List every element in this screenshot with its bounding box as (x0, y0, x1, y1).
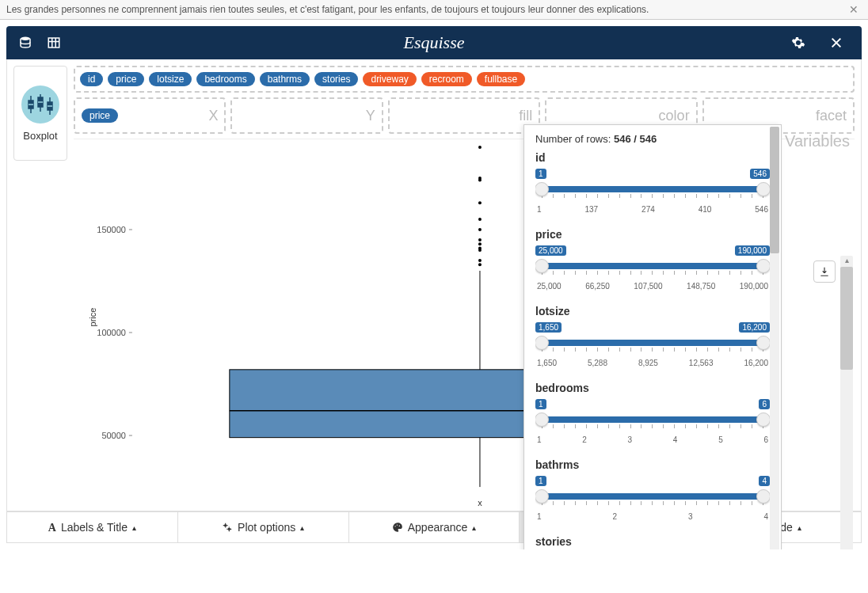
plot-scrollbar[interactable]: ▴ (840, 256, 853, 549)
variable-pill-stories[interactable]: stories (314, 72, 358, 86)
gears-icon (222, 522, 233, 533)
variable-pill-lotsize[interactable]: lotsize (149, 72, 192, 86)
svg-point-44 (398, 526, 399, 526)
dropzone-x[interactable]: price X (74, 97, 226, 134)
svg-point-39 (478, 146, 482, 149)
tab-labels-title[interactable]: ALabels & Title▴ (7, 512, 178, 542)
geom-selector[interactable]: Boxplot (13, 66, 67, 161)
app-title: Esquisse (404, 32, 465, 53)
slider-handle-max[interactable] (756, 489, 770, 504)
settings-icon[interactable] (787, 32, 809, 54)
variables-panel-label: Variables (785, 132, 850, 150)
svg-point-38 (478, 177, 482, 180)
svg-point-0 (21, 37, 30, 41)
svg-point-36 (478, 201, 482, 204)
filter-id: id15461137274410546 (535, 151, 770, 214)
filter-bathrms: bathrms141234 (535, 458, 770, 521)
dropzone-x-label: X (208, 108, 218, 124)
svg-point-29 (478, 259, 482, 262)
caret-up-icon: ▴ (472, 523, 476, 532)
variable-pill-bathrms[interactable]: bathrms (260, 72, 310, 86)
filter-title: id (535, 151, 770, 164)
svg-point-40 (224, 524, 227, 527)
svg-point-33 (478, 238, 482, 241)
variable-pill-id[interactable]: id (80, 72, 103, 86)
svg-text:150000: 150000 (97, 225, 126, 234)
filter-title: bathrms (535, 458, 770, 471)
svg-point-32 (478, 242, 482, 245)
download-button[interactable] (813, 260, 836, 283)
filter-title: price (535, 228, 770, 241)
app-header: Esquisse (6, 26, 862, 59)
filter-price: price25,000190,00025,00066,250107,500148… (535, 228, 770, 291)
slider-bedrooms[interactable]: 16123456 (535, 399, 770, 444)
variable-pills-row[interactable]: idpricelotsizebedroomsbathrmsstoriesdriv… (74, 66, 855, 93)
data-source-icon[interactable] (14, 32, 36, 54)
svg-text:50000: 50000 (101, 431, 126, 440)
rows-count: Number of rows: 546 / 546 (535, 133, 770, 145)
dropzone-y[interactable]: Y (230, 97, 383, 134)
svg-point-31 (478, 246, 482, 249)
caret-up-icon: ▴ (300, 523, 304, 532)
svg-point-42 (394, 526, 395, 526)
A-icon: A (48, 521, 56, 534)
slider-price[interactable]: 25,000190,00025,00066,250107,500148,7501… (535, 245, 770, 291)
variable-pill-price[interactable]: price (108, 72, 144, 86)
variable-pill-fullbase[interactable]: fullbase (477, 72, 525, 86)
slider-handle-max[interactable] (756, 412, 770, 427)
close-app-icon[interactable] (825, 32, 847, 54)
filter-stories: stories141234 (535, 535, 770, 549)
svg-point-43 (396, 524, 397, 525)
caret-up-icon: ▴ (132, 523, 136, 532)
variable-pill-bedrooms[interactable]: bedrooms (196, 72, 254, 86)
variable-pill-driveway[interactable]: driveway (363, 72, 416, 86)
data-filter-panel: Number of rows: 546 / 546 id154611372744… (523, 124, 782, 549)
slider-handle-max[interactable] (756, 182, 770, 196)
panel-scrollbar[interactable]: ▾ (770, 127, 779, 549)
tab-plot-options[interactable]: Plot options▴ (178, 512, 349, 542)
slider-lotsize[interactable]: 1,65016,2001,6505,2888,92512,56316,200 (535, 322, 770, 367)
banner-close-icon[interactable]: ✕ (846, 3, 862, 16)
filter-lotsize: lotsize1,65016,2001,6505,2888,92512,5631… (535, 305, 770, 367)
dropzone-fill[interactable]: fill (388, 97, 540, 134)
tab-appearance[interactable]: Appearance▴ (349, 512, 520, 542)
caret-up-icon: ▴ (798, 523, 801, 532)
palette-icon (392, 522, 403, 533)
geom-label: Boxplot (23, 130, 57, 142)
x-pill[interactable]: price (82, 108, 118, 123)
svg-rect-1 (48, 38, 59, 48)
slider-handle-max[interactable] (756, 336, 770, 350)
svg-text:x: x (478, 498, 482, 507)
variable-pill-recroom[interactable]: recroom (421, 72, 472, 86)
filter-title: stories (535, 535, 770, 548)
slider-handle-max[interactable] (756, 259, 770, 273)
svg-point-28 (478, 263, 482, 266)
svg-point-34 (478, 228, 482, 231)
banner-text: Les grandes personnes ne comprennent jam… (6, 4, 649, 15)
boxplot-geom-icon (21, 86, 59, 124)
info-banner: Les grandes personnes ne comprennent jam… (0, 0, 868, 20)
svg-point-35 (478, 218, 482, 221)
filter-title: bedrooms (535, 382, 770, 394)
slider-id[interactable]: 15461137274410546 (535, 169, 770, 214)
slider-bathrms[interactable]: 141234 (535, 476, 770, 521)
filter-title: lotsize (535, 305, 770, 317)
filter-bedrooms: bedrooms16123456 (535, 382, 770, 444)
svg-point-41 (228, 528, 231, 531)
table-icon[interactable] (43, 32, 65, 54)
svg-text:price: price (88, 308, 97, 327)
svg-text:100000: 100000 (97, 328, 126, 337)
